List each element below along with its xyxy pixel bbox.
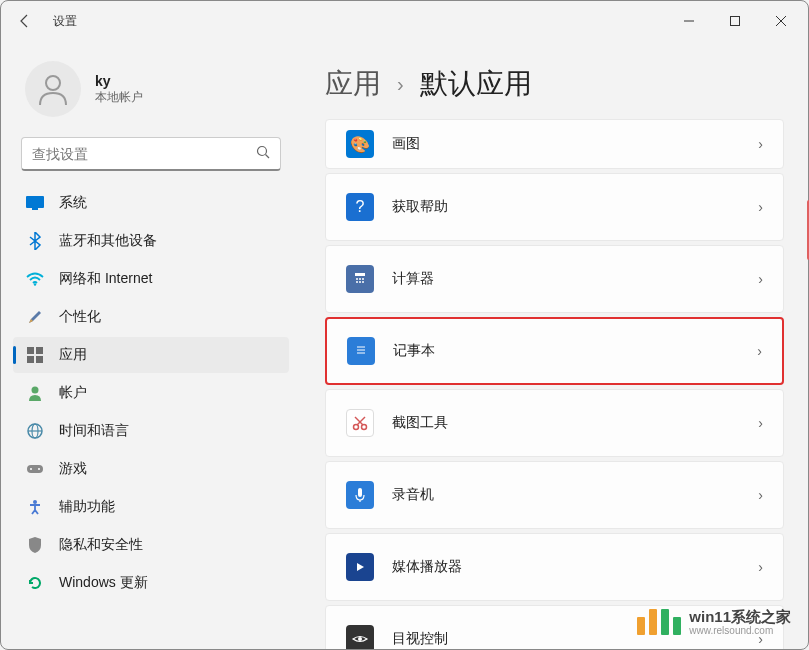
svg-point-27 <box>356 281 358 283</box>
svg-point-9 <box>34 283 36 285</box>
recorder-icon <box>346 481 374 509</box>
chevron-right-icon: › <box>758 136 763 152</box>
maximize-button[interactable] <box>712 5 758 37</box>
svg-point-24 <box>356 278 358 280</box>
calculator-icon <box>346 265 374 293</box>
app-item-media[interactable]: 媒体播放器 › <box>325 533 784 601</box>
maximize-icon <box>730 16 740 26</box>
chevron-right-icon: › <box>758 415 763 431</box>
user-name: ky <box>95 73 143 89</box>
display-icon <box>25 193 45 213</box>
brush-icon <box>25 307 45 327</box>
sidebar-item-network[interactable]: 网络和 Internet <box>13 261 289 297</box>
help-icon: ? <box>346 193 374 221</box>
globe-icon <box>25 421 45 441</box>
sidebar: ky 本地帐户 系统 蓝牙和其他设备 <box>1 41 301 649</box>
avatar <box>25 61 81 117</box>
sidebar-item-update[interactable]: Windows 更新 <box>13 565 289 601</box>
app-item-calculator[interactable]: 计算器 › <box>325 245 784 313</box>
nav-label: 个性化 <box>59 308 101 326</box>
window-controls <box>666 5 804 37</box>
gamepad-icon <box>25 459 45 479</box>
sidebar-item-accounts[interactable]: 帐户 <box>13 375 289 411</box>
svg-point-19 <box>30 468 32 470</box>
breadcrumb: 应用 › 默认应用 <box>325 65 784 103</box>
user-info: ky 本地帐户 <box>95 73 143 106</box>
window-title: 设置 <box>53 13 77 30</box>
watermark: win11系统之家 www.relsound.com <box>637 609 791 637</box>
chevron-right-icon: › <box>758 487 763 503</box>
app-item-snipping[interactable]: 截图工具 › <box>325 389 784 457</box>
app-item-recorder[interactable]: 录音机 › <box>325 461 784 529</box>
svg-rect-13 <box>36 356 43 363</box>
svg-rect-23 <box>355 273 365 276</box>
svg-line-6 <box>266 154 270 158</box>
search-icon <box>256 145 270 163</box>
search-box[interactable] <box>21 137 281 171</box>
eye-icon <box>346 625 374 649</box>
minimize-button[interactable] <box>666 5 712 37</box>
chevron-right-icon: › <box>758 271 763 287</box>
svg-point-20 <box>38 468 40 470</box>
bluetooth-icon <box>25 231 45 251</box>
sidebar-item-gaming[interactable]: 游戏 <box>13 451 289 487</box>
close-icon <box>776 16 786 26</box>
back-button[interactable] <box>5 1 45 41</box>
nav-label: 游戏 <box>59 460 87 478</box>
person-icon <box>35 71 71 107</box>
svg-rect-8 <box>32 208 38 210</box>
media-icon <box>346 553 374 581</box>
nav-label: 辅助功能 <box>59 498 115 516</box>
accessibility-icon <box>25 497 45 517</box>
svg-rect-1 <box>731 17 740 26</box>
app-item-notepad[interactable]: 记事本 › <box>325 317 784 385</box>
snipping-icon <box>346 409 374 437</box>
app-label: 截图工具 <box>392 414 758 432</box>
svg-point-29 <box>362 281 364 283</box>
nav-label: 帐户 <box>59 384 87 402</box>
update-icon <box>25 573 45 593</box>
paint-icon: 🎨 <box>346 130 374 158</box>
svg-rect-30 <box>354 343 368 359</box>
close-button[interactable] <box>758 5 804 37</box>
nav-label: 应用 <box>59 346 87 364</box>
nav-label: 蓝牙和其他设备 <box>59 232 157 250</box>
sidebar-item-time-language[interactable]: 时间和语言 <box>13 413 289 449</box>
svg-point-21 <box>33 500 37 504</box>
user-block[interactable]: ky 本地帐户 <box>9 49 293 133</box>
nav-list: 系统 蓝牙和其他设备 网络和 Internet 个性化 应用 <box>9 185 293 601</box>
nav-label: 隐私和安全性 <box>59 536 143 554</box>
app-item-paint[interactable]: 🎨 画图 › <box>325 119 784 169</box>
nav-label: 时间和语言 <box>59 422 129 440</box>
search-input[interactable] <box>32 146 256 162</box>
svg-point-5 <box>258 146 267 155</box>
nav-label: Windows 更新 <box>59 574 148 592</box>
svg-rect-11 <box>36 347 43 354</box>
chevron-right-icon: › <box>758 559 763 575</box>
sidebar-item-system[interactable]: 系统 <box>13 185 289 221</box>
user-subtitle: 本地帐户 <box>95 89 143 106</box>
svg-point-25 <box>359 278 361 280</box>
sidebar-item-apps[interactable]: 应用 <box>13 337 289 373</box>
app-list: 🎨 画图 › ? 获取帮助 › 计算器 › 记事本 › <box>325 119 784 649</box>
apps-icon <box>25 345 45 365</box>
app-label: 画图 <box>392 135 758 153</box>
nav-label: 网络和 Internet <box>59 270 152 288</box>
person-icon <box>25 383 45 403</box>
sidebar-item-privacy[interactable]: 隐私和安全性 <box>13 527 289 563</box>
sidebar-item-personalization[interactable]: 个性化 <box>13 299 289 335</box>
breadcrumb-current: 默认应用 <box>420 65 532 103</box>
svg-rect-7 <box>26 196 44 208</box>
svg-point-40 <box>358 637 362 641</box>
breadcrumb-parent[interactable]: 应用 <box>325 65 381 103</box>
notepad-icon <box>347 337 375 365</box>
wifi-icon <box>25 269 45 289</box>
svg-rect-38 <box>358 488 362 497</box>
minimize-icon <box>684 16 694 26</box>
chevron-right-icon: › <box>758 199 763 215</box>
arrow-left-icon <box>17 13 33 29</box>
sidebar-item-bluetooth[interactable]: 蓝牙和其他设备 <box>13 223 289 259</box>
sidebar-item-accessibility[interactable]: 辅助功能 <box>13 489 289 525</box>
app-item-gethelp[interactable]: ? 获取帮助 › <box>325 173 784 241</box>
app-label: 录音机 <box>392 486 758 504</box>
